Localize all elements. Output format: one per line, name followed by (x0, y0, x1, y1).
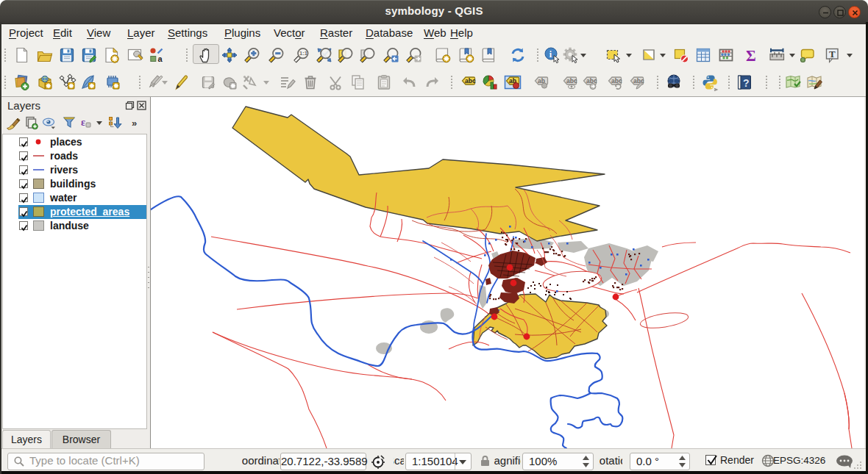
svg-text:»: » (132, 118, 137, 129)
svg-text:ε: ε (81, 117, 85, 128)
svg-text:Σ: Σ (746, 47, 756, 65)
svg-text:abc: abc (465, 77, 476, 85)
svg-text:?: ? (743, 77, 750, 89)
svg-text:abc: abc (566, 77, 577, 85)
svg-text:1:1: 1:1 (299, 50, 307, 57)
svg-text:a: a (158, 54, 163, 63)
svg-text:T: T (829, 49, 836, 60)
